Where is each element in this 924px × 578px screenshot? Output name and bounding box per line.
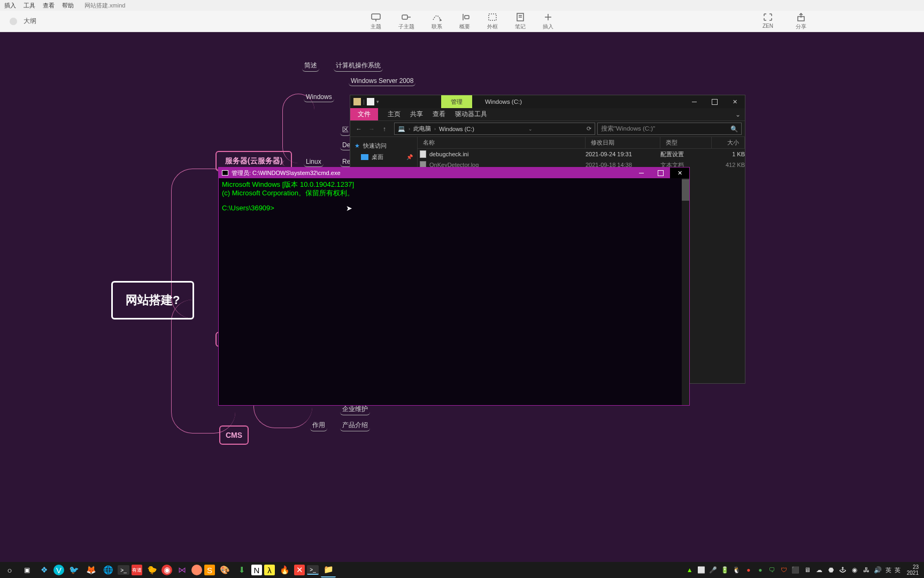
tb-share[interactable]: 分享	[796, 12, 806, 31]
app-icon[interactable]: ❖	[36, 562, 51, 577]
firefox-icon[interactable]: 🦊	[83, 562, 98, 577]
vscode-icon[interactable]: ⋈	[174, 562, 189, 577]
outline-button[interactable]: 大纲	[24, 17, 36, 26]
cmd-close[interactable]	[670, 168, 689, 178]
node-zone[interactable]: 区	[340, 124, 351, 136]
node-windows[interactable]: Windows	[304, 92, 334, 102]
tray-icon[interactable]: 🛡	[780, 566, 788, 574]
node-linux[interactable]: Linux	[304, 157, 324, 167]
tray-icon[interactable]: ☁	[815, 566, 823, 574]
crumb-drive[interactable]: Windows (C:)	[439, 126, 474, 132]
col-name[interactable]: 名称	[418, 137, 586, 148]
node-ws2008[interactable]: Windows Server 2008	[349, 76, 415, 86]
ime-mode[interactable]: 英	[895, 566, 900, 574]
col-size[interactable]: 大小	[712, 137, 745, 148]
lambda-icon[interactable]: λ	[264, 565, 275, 575]
tray-icon[interactable]: 🎤	[709, 566, 718, 574]
clock[interactable]: 23 2021	[907, 564, 919, 576]
ime-lang[interactable]: 英	[886, 566, 891, 574]
app-icon[interactable]: 🐤	[144, 562, 159, 577]
explorer-titlebar[interactable]: | ▾ 管理 Windows (C:)	[350, 95, 745, 108]
app-icon[interactable]: V	[53, 565, 64, 575]
ribbon-home[interactable]: 主页	[388, 110, 401, 118]
refresh-icon[interactable]: ⟳	[587, 125, 591, 132]
ribbon-drive[interactable]: 驱动器工具	[455, 110, 487, 118]
qat-dropdown-icon[interactable]: ▾	[376, 99, 379, 104]
col-type[interactable]: 类型	[660, 137, 712, 148]
tb-relation[interactable]: 联系	[432, 12, 442, 31]
node-os[interactable]: 计算机操作系统	[334, 60, 383, 72]
cmd-terminal[interactable]: Microsoft Windows [版本 10.0.19042.1237] (…	[219, 178, 689, 405]
tray-icon[interactable]: ⬣	[827, 566, 835, 574]
explorer-search[interactable]: 搜索"Windows (C:)" 🔍	[597, 123, 742, 135]
side-quick[interactable]: ★快速访问	[350, 140, 417, 151]
tray-icon[interactable]: 🕹	[838, 566, 847, 574]
nav-back[interactable]: ←	[353, 126, 364, 132]
app-icon[interactable]: ◉	[161, 565, 172, 575]
tray-icon[interactable]: ⬛	[791, 566, 800, 574]
app-icon[interactable]: 🐦	[66, 562, 81, 577]
tb-zen[interactable]: ZEN	[763, 12, 773, 31]
explorer-minimize[interactable]	[684, 95, 704, 108]
app-icon[interactable]: ⬇	[234, 562, 249, 577]
nav-forward[interactable]: →	[366, 126, 377, 132]
ribbon-share[interactable]: 共享	[410, 110, 423, 118]
explorer-maximize[interactable]	[704, 95, 725, 108]
node-role[interactable]: 作用	[310, 420, 327, 431]
menu-tools[interactable]: 工具	[24, 2, 35, 10]
ribbon-file[interactable]: 文件	[350, 108, 378, 120]
explorer-close[interactable]	[725, 95, 745, 108]
tray-icon[interactable]: ⬜	[697, 566, 706, 574]
tray-icon[interactable]: 🗨	[768, 566, 776, 574]
nav-up[interactable]: ↑	[379, 126, 390, 132]
menu-view[interactable]: 查看	[43, 2, 55, 10]
search-icon[interactable]: 🔍	[730, 125, 738, 133]
network-icon[interactable]: 🖧	[862, 566, 871, 574]
qat-icon[interactable]	[367, 98, 374, 105]
tb-boundary[interactable]: 外框	[487, 12, 498, 31]
taskview-icon[interactable]: ▣	[19, 562, 34, 577]
cmd-window[interactable]: 管理员: C:\WINDOWS\system32\cmd.exe Microso…	[218, 167, 690, 406]
cmd-titlebar[interactable]: 管理员: C:\WINDOWS\system32\cmd.exe	[219, 168, 689, 178]
tb-note[interactable]: 笔记	[515, 12, 526, 31]
app-icon[interactable]	[191, 565, 202, 575]
steam-icon[interactable]: ◉	[850, 566, 859, 574]
address-path[interactable]: 💻 › 此电脑 › Windows (C:) ⌄ ⟳	[394, 123, 595, 135]
ribbon-view[interactable]: 查看	[433, 110, 445, 118]
ribbon-expand-icon[interactable]: ⌄	[735, 111, 741, 118]
volume-icon[interactable]: 🔊	[874, 566, 882, 574]
tb-subtheme[interactable]: 子主题	[398, 12, 414, 31]
cmd-scrollbar[interactable]	[682, 178, 689, 405]
tb-insert[interactable]: 插入	[543, 12, 553, 31]
tray-icon[interactable]: 🔋	[721, 566, 729, 574]
app-icon[interactable]: 🔥	[277, 562, 292, 577]
tray-icon[interactable]: ▲	[686, 566, 694, 574]
side-desktop[interactable]: 桌面📌	[350, 151, 417, 163]
app-icon[interactable]: 有道	[132, 565, 142, 575]
ribbon-context-manage[interactable]: 管理	[441, 95, 472, 108]
start-button[interactable]: ○	[2, 562, 17, 577]
node-root[interactable]: 网站搭建?	[111, 281, 194, 320]
cmd-taskbar-icon[interactable]: >_	[307, 565, 319, 575]
notion-icon[interactable]: N	[251, 565, 262, 575]
tray-icon[interactable]: ●	[756, 566, 765, 574]
tb-theme[interactable]: 主题	[371, 12, 381, 31]
column-headers[interactable]: 名称 修改日期 类型 大小	[418, 137, 745, 149]
file-row[interactable]: debugcheck.ini 2021-09-24 19:31 配置设置 1 K…	[418, 149, 745, 159]
tb-summary[interactable]: 概要	[459, 12, 470, 31]
node-cms[interactable]: CMS	[219, 425, 249, 445]
tray-icon[interactable]: ●	[744, 566, 753, 574]
node-product[interactable]: 产品介绍	[340, 420, 370, 431]
tray-icon[interactable]: 🐧	[733, 566, 741, 574]
menu-help[interactable]: 帮助	[62, 2, 74, 10]
tray-icon[interactable]: 🖥	[803, 566, 812, 574]
cmd-minimize[interactable]	[632, 168, 651, 178]
app-icon[interactable]: 🎨	[217, 562, 232, 577]
cmd-maximize[interactable]	[651, 168, 670, 178]
menu-insert[interactable]: 插入	[4, 2, 16, 10]
chrome-icon[interactable]: 🌐	[101, 562, 116, 577]
xmind-icon[interactable]: ✕	[294, 565, 305, 575]
explorer-taskbar-icon[interactable]: 📁	[321, 562, 336, 577]
col-date[interactable]: 修改日期	[586, 137, 660, 148]
node-intro[interactable]: 简述	[302, 60, 319, 72]
